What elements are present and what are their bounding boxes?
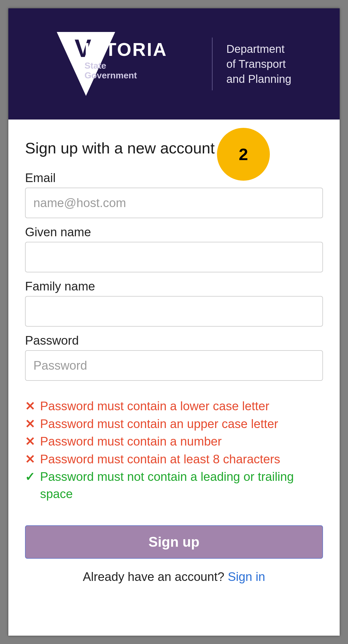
victoria-logo: V ICTORIA State Government (57, 32, 198, 96)
signup-button[interactable]: Sign up (25, 525, 323, 559)
given-name-input[interactable] (25, 242, 323, 272)
signin-link[interactable]: Sign in (228, 570, 265, 583)
password-rule: ✕Password must contain at least 8 charac… (25, 451, 323, 468)
password-rule: ✕Password must contain an upper case let… (25, 415, 323, 432)
check-icon: ✓ (25, 468, 37, 485)
password-label: Password (25, 334, 323, 347)
department-name: Department of Transport and Planning (226, 41, 292, 86)
cross-icon: ✕ (25, 397, 37, 415)
cross-icon: ✕ (25, 451, 37, 468)
password-rule-text: Password must not contain a leading or t… (40, 468, 323, 502)
password-rules: ✕Password must contain a lower case lett… (25, 397, 323, 503)
header-divider (212, 38, 213, 90)
signin-prompt: Already have an account? Sign in (25, 570, 323, 584)
step-callout-badge: 2 (217, 128, 270, 181)
password-input[interactable] (25, 350, 323, 381)
cross-icon: ✕ (25, 415, 37, 432)
password-rule-text: Password must contain a number (40, 433, 222, 450)
signin-prompt-text: Already have an account? (83, 570, 228, 583)
password-rule: ✕Password must contain a number (25, 433, 323, 450)
logo-text-sub2: Government (85, 71, 167, 80)
password-rule: ✕Password must contain a lower case lett… (25, 397, 323, 415)
signup-card: V ICTORIA State Government Department of… (8, 8, 340, 636)
page-title: Sign up with a new account (25, 139, 323, 157)
password-rule-text: Password must contain an upper case lett… (40, 415, 278, 432)
email-input[interactable] (25, 188, 323, 218)
password-rule-text: Password must contain at least 8 charact… (40, 451, 280, 468)
family-name-input[interactable] (25, 296, 323, 327)
password-rule-text: Password must contain a lower case lette… (40, 397, 269, 415)
email-label: Email (25, 171, 323, 185)
header-banner: V ICTORIA State Government Department of… (8, 8, 340, 120)
step-number: 2 (239, 145, 248, 164)
given-name-label: Given name (25, 225, 323, 239)
cross-icon: ✕ (25, 433, 37, 450)
logo-text-main: ICTORIA (85, 40, 167, 59)
logo-text-sub1: State (85, 61, 167, 71)
family-name-label: Family name (25, 279, 323, 293)
password-rule: ✓Password must not contain a leading or … (25, 468, 323, 502)
